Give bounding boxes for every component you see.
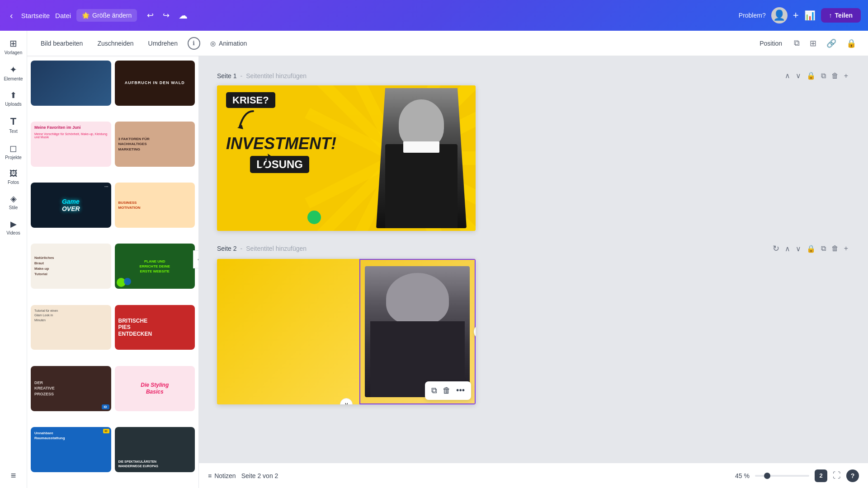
template-card[interactable]: Die StylingBasics [115, 366, 195, 411]
page1-controls: ∧ ∨ 🔒 ⧉ 🗑 + [783, 70, 850, 82]
flip-button[interactable]: Umdrehen [144, 37, 182, 50]
template-card[interactable]: Meine Favoriten im Juni Meine Vorschläge… [31, 122, 111, 167]
lock-button[interactable]: 🔒 [844, 37, 859, 50]
secondary-toolbar: Bild bearbeiten Zuschneiden Umdrehen ℹ ◎… [27, 31, 868, 56]
share-label: Teilen [835, 12, 853, 19]
template-card[interactable]: UnnahbareRaumausstattung ID [31, 427, 111, 472]
sidebar-label-text: Text [9, 129, 17, 134]
fab-delete[interactable]: 🗑 [441, 384, 453, 397]
sidebar-item-stile[interactable]: ◈ Stile [1, 190, 26, 214]
template-card[interactable]: BRITISCHEPIESENTDECKEN [115, 305, 195, 350]
template-card[interactable]: 3 FAKTOREN FÜRNACHHALTIGESMARKETING [115, 122, 195, 167]
page1-add-title[interactable]: Seitentitel hinzufügen [246, 72, 307, 80]
sidebar-item-vorlagen[interactable]: ⊞ Vorlagen [1, 34, 26, 59]
page2-refresh[interactable]: ↻ [771, 242, 781, 255]
page2-add-title[interactable]: Seitentitel hinzufügen [246, 245, 307, 252]
template-card[interactable]: Tutorial für einenGlam Look inMinuten [31, 305, 111, 350]
fab-duplicate[interactable]: ⧉ [429, 384, 439, 397]
page1-duplicate[interactable]: ⧉ [819, 70, 828, 82]
template-card[interactable] [31, 61, 111, 106]
header-tools: ↩ ↪ ☁ [144, 8, 190, 23]
page2-collapse-down[interactable]: ∨ [340, 398, 353, 404]
page2-move-down[interactable]: ∨ [794, 243, 803, 255]
template-card[interactable]: AUFBRUCH IN DEN WALD [115, 61, 195, 106]
page2-duplicate[interactable]: ⧉ [819, 243, 828, 254]
avatar[interactable]: 👤 [771, 7, 788, 23]
page1-header: Seite 1 - Seitentitel hinzufügen ∧ ∨ 🔒 ⧉… [217, 70, 850, 82]
page2-rotate-button[interactable]: ↻ [474, 324, 476, 339]
sidebar-label-stile: Stile [9, 205, 18, 210]
sidebar-item-videos[interactable]: ▶ Videos [1, 216, 26, 239]
sidebar-item-elemente[interactable]: ✦ Elemente [1, 61, 26, 85]
page1-move-up[interactable]: ∧ [783, 70, 792, 82]
page1-lock[interactable]: 🔒 [805, 70, 817, 82]
page1-move-down[interactable]: ∨ [794, 70, 803, 82]
sun-icon: 🌟 [82, 12, 90, 19]
info-button[interactable]: ℹ [188, 37, 200, 50]
page1-delete[interactable]: 🗑 [830, 70, 840, 82]
page2-floating-toolbar: ⧉ 🗑 ••• [425, 381, 471, 400]
edit-image-button[interactable]: Bild bearbeiten [36, 37, 87, 50]
status-right: 45 % 2 ⛶ ? [735, 469, 859, 482]
header-left: ‹ Startseite Datei 🌟 Größe ändern [7, 9, 137, 23]
page2-add-after[interactable]: + [842, 243, 850, 254]
template-card[interactable]: DIE SPEKTAKULÄRSTENWANDERWEGE EUROPAS [115, 427, 195, 472]
sidebar-item-more[interactable]: ≡ [1, 467, 26, 484]
resize-button[interactable]: 🌟 Größe ändern [76, 9, 137, 22]
template-card[interactable]: GameOVER ••• [31, 183, 111, 228]
toolbar2-right: Position ⧉ ⊞ 🔗 🔒 [755, 37, 859, 50]
home-link[interactable]: Startseite [21, 12, 50, 19]
page2-move-up[interactable]: ∧ [783, 243, 792, 255]
position-label[interactable]: Position [755, 37, 787, 50]
fullscreen-button[interactable]: ⛶ [833, 471, 841, 480]
sidebar-item-uploads[interactable]: ⬆ Uploads [1, 87, 26, 110]
styles-icon: ◈ [10, 194, 17, 204]
save-cloud-button[interactable]: ☁ [176, 8, 190, 23]
zoom-slider[interactable] [755, 475, 809, 477]
problem-link[interactable]: Problem? [739, 12, 766, 19]
add-collaborator-button[interactable]: + [793, 9, 799, 21]
template-card[interactable]: DERKREATIVEPROZESS ID [31, 366, 111, 411]
grid-button[interactable]: ⊞ [807, 37, 819, 50]
animation-button[interactable]: ◎ Animation [206, 37, 251, 50]
sidebar-label-vorlagen: Vorlagen [5, 50, 22, 55]
notes-button[interactable]: ≡ Notizen [208, 472, 236, 479]
analytics-button[interactable]: 📊 [804, 10, 816, 21]
template-card[interactable]: PLANE UNDERRICHTE DEINEERSTE WEBSITE [115, 244, 195, 289]
template-panel: 🔍 ⚙ AUFBRUCH IN DEN WALD Meine Favoriten… [27, 31, 199, 488]
zoom-display: 45 % [735, 472, 750, 479]
page2-canvas[interactable]: ⧉ 🗑 ••• ↻ ∨ [217, 259, 476, 404]
elements-icon: ✦ [9, 64, 17, 75]
sidebar-item-fotos[interactable]: 🖼 Fotos [1, 165, 26, 188]
projects-icon: ◻ [9, 143, 17, 154]
page2-delete[interactable]: 🗑 [830, 243, 840, 254]
sidebar-label-fotos: Fotos [8, 180, 19, 185]
main-header: ‹ Startseite Datei 🌟 Größe ändern ↩ ↪ ☁ … [0, 0, 868, 31]
share-button[interactable]: ↑ Teilen [821, 8, 861, 23]
page2-wrapper: Seite 2 - Seitentitel hinzufügen ↻ ∧ ∨ 🔒… [217, 242, 850, 404]
sidebar-label-projekte: Projekte [5, 155, 22, 160]
page1-add-after[interactable]: + [842, 70, 850, 82]
back-button[interactable]: ‹ [7, 9, 16, 23]
panel-collapse-arrow[interactable]: ‹ [193, 250, 199, 268]
krise-text: KRISE? [226, 92, 275, 108]
left-sidebar: ⊞ Vorlagen ✦ Elemente ⬆ Uploads T Text ◻… [0, 31, 27, 488]
animation-icon: ◎ [210, 40, 216, 47]
template-card[interactable]: BUSINESSMOTIVATION [115, 183, 195, 228]
sidebar-item-projekte[interactable]: ◻ Projekte [1, 139, 26, 164]
undo-button[interactable]: ↩ [144, 9, 156, 22]
crop-button[interactable]: Zuschneiden [93, 37, 138, 50]
page2-lock[interactable]: 🔒 [805, 243, 817, 255]
help-button[interactable]: ? [846, 469, 859, 482]
more-icon: ≡ [11, 470, 16, 481]
file-menu[interactable]: Datei [55, 12, 71, 19]
layer-button[interactable]: ⧉ [791, 37, 802, 50]
link-button[interactable]: 🔗 [824, 37, 839, 50]
fab-more[interactable]: ••• [454, 384, 467, 397]
sidebar-item-text[interactable]: T Text [1, 112, 26, 137]
page1-wrapper: Seite 1 - Seitentitel hinzufügen ∧ ∨ 🔒 ⧉… [217, 70, 850, 231]
template-card[interactable]: NatürlichesBrautMake-upTutorial [31, 244, 111, 289]
page2-header: Seite 2 - Seitentitel hinzufügen ↻ ∧ ∨ 🔒… [217, 242, 850, 255]
page1-canvas[interactable]: KRISE? INVESTMENT! LÖSUNG [217, 85, 476, 231]
redo-button[interactable]: ↪ [160, 9, 172, 22]
